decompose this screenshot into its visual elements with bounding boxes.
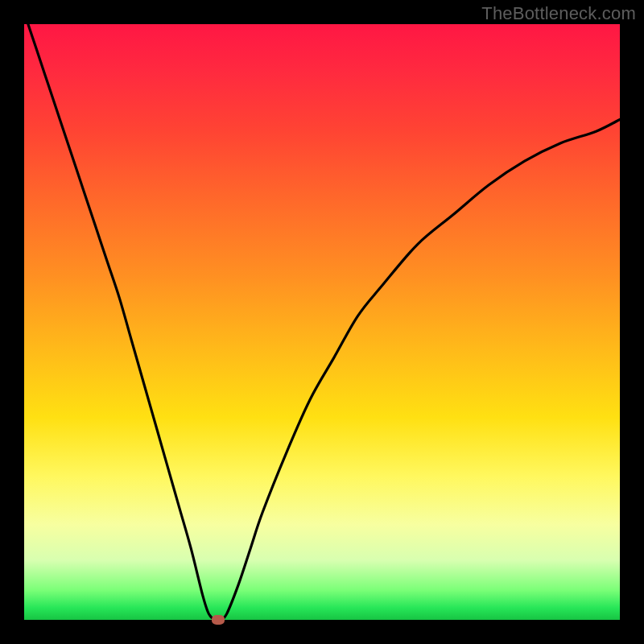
bottleneck-curve — [24, 24, 620, 620]
plot-area — [24, 24, 620, 620]
optimal-point-marker — [212, 615, 225, 625]
watermark-text: TheBottleneck.com — [481, 3, 636, 24]
chart-frame: TheBottleneck.com — [0, 0, 644, 644]
